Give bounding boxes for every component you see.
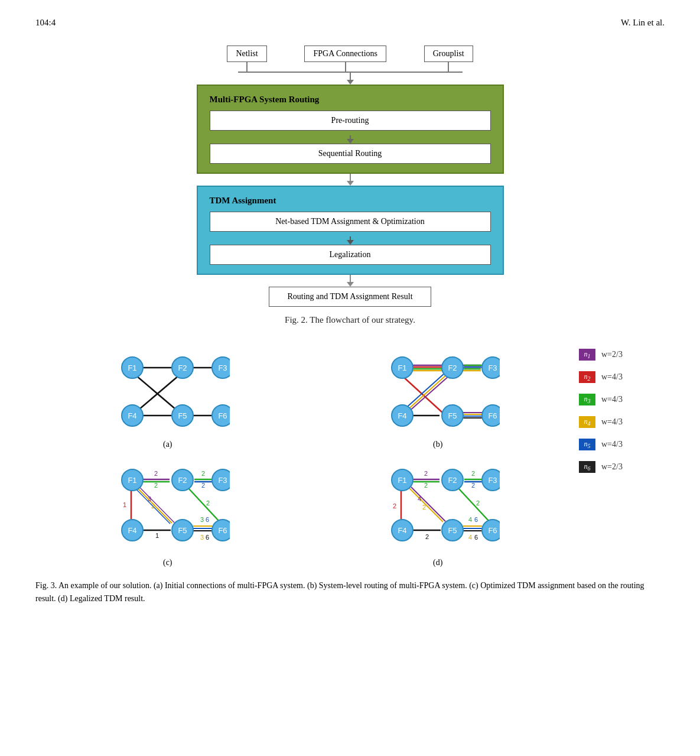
graph-c: 2 2 2 2 1 3 2 2 1	[35, 455, 300, 567]
graph-d-label: (d)	[433, 558, 442, 567]
legend-n2-box: n2	[579, 371, 595, 383]
sequential-routing-box: Sequential Routing	[210, 144, 491, 164]
graph-d: 2 2 2 2 2 4 2 2 2	[306, 455, 571, 567]
legend-n4: n4 w=4/3	[579, 416, 665, 428]
graph-b-svg: F1 F2 F3 F4 F5 F6	[376, 343, 500, 437]
svg-text:6: 6	[474, 534, 478, 541]
svg-text:2: 2	[393, 502, 396, 510]
svg-text:2: 2	[471, 482, 475, 489]
svg-text:2: 2	[206, 499, 210, 507]
graph-a-svg: F1 F2 F3 F4 F5 F6	[106, 343, 230, 437]
svg-text:F6: F6	[218, 526, 227, 535]
svg-text:2: 2	[424, 482, 428, 489]
graph-d-svg: 2 2 2 2 2 4 2 2 2	[376, 455, 500, 556]
svg-text:F3: F3	[218, 476, 227, 485]
svg-text:F3: F3	[489, 476, 497, 485]
svg-text:2: 2	[422, 504, 426, 511]
legend-n6: n6 w=2/3	[579, 461, 665, 473]
fig3-caption: Fig. 3. An example of our solution. (a) …	[35, 579, 665, 606]
legend: n1 w=2/3 n2 w=4/3 n3 w=4/3 n4 w=4/3 n5	[570, 343, 665, 473]
svg-line-27	[404, 374, 444, 410]
flowchart: Netlist FPGA Connections Grouplist Multi…	[35, 46, 665, 307]
svg-text:6: 6	[206, 534, 209, 541]
svg-text:3: 3	[200, 516, 204, 523]
svg-text:2: 2	[424, 470, 428, 477]
graph-b-label: (b)	[433, 440, 442, 449]
pre-routing-box: Pre-routing	[210, 111, 491, 131]
svg-text:4: 4	[418, 495, 421, 502]
svg-text:F4: F4	[398, 526, 407, 535]
svg-text:2: 2	[151, 502, 155, 510]
legend-n4-weight: w=4/3	[601, 417, 623, 427]
page-header: 104:4 W. Lin et al.	[35, 18, 665, 28]
legend-n2-weight: w=4/3	[601, 372, 623, 382]
input-fpga-connections: FPGA Connections	[304, 46, 386, 72]
tdm-title: TDM Assignment	[210, 196, 491, 206]
svg-text:6: 6	[474, 516, 478, 523]
svg-text:2: 2	[476, 499, 480, 507]
input-netlist: Netlist	[227, 46, 266, 72]
svg-text:F3: F3	[218, 364, 227, 372]
svg-text:F6: F6	[489, 411, 497, 420]
legend-n3: n3 w=4/3	[579, 394, 665, 405]
svg-text:F1: F1	[398, 476, 407, 485]
svg-text:3: 3	[200, 534, 204, 541]
page-number: 104:4	[35, 18, 56, 28]
svg-text:F1: F1	[128, 364, 136, 372]
legend-n5: n5 w=4/3	[579, 439, 665, 450]
legend-n3-box: n3	[579, 394, 595, 405]
legend-n3-weight: w=4/3	[601, 395, 623, 404]
tdm-step1-box: Net-based TDM Assignment & Optimization	[210, 212, 491, 232]
svg-text:F5: F5	[178, 526, 187, 535]
input-grouplist: Grouplist	[424, 46, 473, 72]
svg-text:1: 1	[155, 532, 159, 539]
svg-text:F4: F4	[128, 411, 136, 420]
arrow-to-multifpga	[347, 73, 354, 85]
svg-text:F3: F3	[489, 364, 497, 372]
svg-text:F2: F2	[448, 476, 457, 485]
svg-line-26	[406, 375, 447, 411]
svg-text:2: 2	[154, 482, 158, 489]
multi-fpga-box: Multi-FPGA System Routing Pre-routing Se…	[197, 85, 504, 174]
svg-line-56	[140, 488, 174, 523]
graphs-section: F1 F2 F3 F4 F5 F6 (a)	[35, 343, 665, 567]
legend-n4-box: n4	[579, 416, 595, 428]
legend-n1-weight: w=2/3	[601, 350, 623, 359]
svg-text:F2: F2	[178, 476, 187, 485]
svg-text:F2: F2	[448, 364, 457, 372]
svg-text:1: 1	[123, 501, 126, 508]
svg-text:F2: F2	[178, 364, 187, 372]
legalization-box: Legalization	[210, 245, 491, 265]
graphs-grid: F1 F2 F3 F4 F5 F6 (a)	[35, 343, 570, 567]
graph-b: F1 F2 F3 F4 F5 F6 (b)	[306, 343, 571, 449]
svg-text:2: 2	[471, 470, 475, 477]
fpga-connections-box: FPGA Connections	[304, 46, 386, 62]
arrow-to-tdm	[347, 174, 354, 186]
arrow-to-result	[347, 275, 354, 287]
legend-n1: n1 w=2/3	[579, 349, 665, 361]
svg-text:4: 4	[468, 534, 472, 541]
multi-fpga-title: Multi-FPGA System Routing	[210, 95, 491, 105]
svg-text:2: 2	[425, 533, 429, 540]
svg-text:2: 2	[201, 482, 205, 489]
svg-text:F1: F1	[398, 364, 407, 372]
svg-line-25	[408, 376, 449, 413]
svg-text:F5: F5	[448, 411, 457, 420]
legend-n1-box: n1	[579, 349, 595, 361]
legend-n2: n2 w=4/3	[579, 371, 665, 383]
legend-n5-box: n5	[579, 439, 595, 450]
svg-text:F6: F6	[218, 411, 227, 420]
legend-n6-weight: w=2/3	[601, 462, 623, 472]
svg-text:2: 2	[154, 470, 158, 477]
svg-line-3	[135, 372, 183, 413]
tdm-box: TDM Assignment Net-based TDM Assignment …	[197, 186, 504, 275]
svg-text:F6: F6	[489, 526, 497, 535]
svg-text:F5: F5	[448, 526, 457, 535]
graph-a-label: (a)	[163, 440, 172, 449]
result-box: Routing and TDM Assignment Result	[269, 287, 431, 307]
svg-line-94	[411, 487, 445, 521]
graph-c-svg: 2 2 2 2 1 3 2 2 1	[106, 455, 230, 556]
legend-n6-box: n6	[579, 461, 595, 473]
svg-text:F5: F5	[178, 411, 187, 420]
page-author: W. Lin et al.	[621, 18, 665, 28]
